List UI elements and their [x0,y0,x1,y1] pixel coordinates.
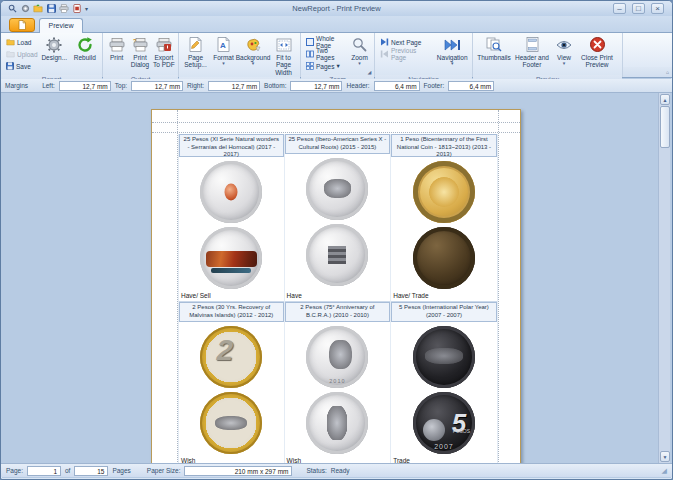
ribbon-group-zoom: Whole Page Two Pages Pages ▾ Zoom [301,33,375,77]
export-pdf-icon [156,36,172,53]
margin-guide-header [152,122,520,123]
page-number-field[interactable]: 1 [27,466,61,476]
tab-preview[interactable]: Preview [39,18,83,33]
ribbon-filler: ⌂ [623,33,672,77]
margin-guide-right [498,110,499,463]
coin-image-obverse [306,158,368,220]
header-footer-icon [526,36,539,53]
total-pages-field: 15 [74,466,108,476]
zoom-dialog-launcher-icon[interactable]: ◢ [366,69,373,76]
document-icon [17,20,27,30]
pages-button[interactable]: Pages ▾ [303,60,347,72]
page-setup-button[interactable]: Page Setup... [181,34,210,74]
design-button[interactable]: Design... [39,34,70,74]
load-button[interactable]: Load [3,36,39,48]
margin-left-label: Left: [42,82,55,89]
settings-icon[interactable] [20,4,30,14]
preview-icon[interactable] [7,4,17,14]
print-preview-canvas[interactable]: 25 Pesos (XI Serie Natural wonders - Ser… [1,93,672,463]
report-page: 25 Pesos (XI Serie Natural wonders - Ser… [151,109,521,463]
window-title: NewReport - Print Preview [1,4,672,13]
save-icon[interactable] [46,4,56,14]
status-label: Status: [306,467,326,474]
upload-button[interactable]: Upload [3,48,39,60]
print-icon[interactable] [59,4,69,14]
status-value: Ready [331,467,350,474]
record-cell: 2 Pesos (30 Yrs. Recovery of Malvinas Is… [178,302,285,463]
print-button[interactable]: Print [105,34,128,74]
close-print-preview-button[interactable]: Close Print Preview [577,34,617,74]
record-caption: 1 Peso (Bicentennary of the First Nation… [391,134,497,157]
ribbon-options-icon[interactable]: ⌂ [664,69,671,76]
scroll-up-icon[interactable]: ▲ [660,94,670,105]
format-button[interactable]: A Format ▾ [210,34,237,74]
printer-icon [109,36,125,53]
print-dialog-button[interactable]: ? Print Dialog [128,34,151,74]
vertical-scrollbar[interactable]: ▲ ▼ [658,93,670,463]
thumbnails-icon [486,36,502,53]
rebuild-button[interactable]: Rebuild [70,34,101,74]
thumbnails-button[interactable]: Thumbnails [475,34,513,74]
previous-page-button[interactable]: Previous Page [377,48,434,60]
coin-image-reverse: 5 PESOS 2007 [413,392,475,454]
page-setup-icon [189,36,202,53]
maximize-button[interactable]: □ [632,3,645,14]
save-icon [6,62,14,70]
margin-right-label: Right: [187,82,204,89]
coin-image-obverse [413,326,475,388]
coin-image-obverse: 2010 [306,326,368,388]
ribbon: Load Upload Save Design... [1,33,672,78]
close-button[interactable]: × [651,3,664,14]
margin-footer-field[interactable]: 6,4 mm [448,81,494,91]
minimize-button[interactable]: – [613,3,626,14]
ribbon-group-output: Print ? Print Dialog Export To PDF Outpu… [103,33,179,77]
background-icon [246,36,261,53]
record-cell: 25 Pesos (Ibero-American Series X - Cult… [285,134,392,302]
margin-right-field[interactable]: 12,7 mm [208,81,260,91]
margin-header-label: Header: [346,82,369,89]
margin-top-label: Top: [115,82,127,89]
margin-guide-top [152,132,520,133]
record-status: Wish [179,456,284,463]
coin-image-reverse [306,392,368,454]
record-status: Wish [285,456,391,463]
application-menu-button[interactable] [9,18,35,32]
record-status: Have/ Sell [179,291,284,302]
margin-left-field[interactable]: 12,7 mm [59,81,111,91]
navigation-button[interactable]: Navigation ▾ [434,34,470,74]
chevron-down-icon: ▾ [336,62,339,70]
header-and-footer-button[interactable]: Header and Footer [513,34,551,74]
page-label: Page: [6,467,23,474]
zoom-button[interactable]: Zoom ▾ [347,34,372,74]
export-pdf-button[interactable]: Export To PDF [152,34,176,74]
quick-access-toolbar: ▾ [1,4,88,14]
view-button[interactable]: View ▾ [551,34,577,74]
upload-icon [6,50,15,58]
chevron-down-icon: ▾ [563,61,566,67]
ribbon-group-format: Page Setup... A Format ▾ Background ▾ Fi… [179,33,301,77]
margin-bottom-field[interactable]: 12,7 mm [290,81,342,91]
fit-to-page-width-button[interactable]: Fit to Page Width [269,34,298,76]
pages-label: Pages [112,467,130,474]
coin-image-reverse [306,224,368,286]
fit-width-icon [276,36,292,53]
scrollbar-thumb[interactable] [660,106,670,148]
printer-dialog-icon: ? [132,36,148,53]
background-button[interactable]: Background ▾ [237,34,269,74]
gear-icon [46,36,62,53]
save-button[interactable]: Save [3,60,39,72]
qat-dropdown-icon[interactable]: ▾ [85,5,88,12]
coin-image-obverse [413,161,475,223]
window-controls: – □ × [613,3,664,14]
resize-grip-icon[interactable]: ◢ [662,467,667,475]
export-icon[interactable] [72,4,82,14]
record-caption: 2 Pesos (30 Yrs. Recovery of Malvinas Is… [179,302,284,322]
scroll-down-icon[interactable]: ▼ [660,451,670,462]
margin-top-field[interactable]: 12,7 mm [131,81,183,91]
refresh-icon [77,36,93,53]
two-pages-icon [306,50,314,58]
svg-text:A: A [220,41,226,50]
margin-header-field[interactable]: 6,4 mm [374,81,420,91]
two-pages-button[interactable]: Two Pages [303,48,347,60]
open-icon[interactable] [33,4,43,14]
